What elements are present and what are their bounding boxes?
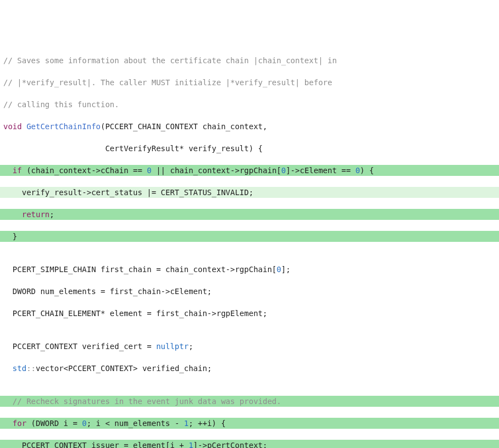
text: ]->cElement == xyxy=(286,166,355,175)
text: ]->pCertContext; xyxy=(193,441,268,448)
text: ; xyxy=(49,210,54,219)
kw-return: return xyxy=(22,210,50,219)
text: PCCERT_CONTEXT issuer = element[i + xyxy=(3,441,188,448)
comment: // Recheck signatures in the event junk … xyxy=(3,397,281,406)
text: ; i < num_elements - xyxy=(87,419,184,428)
literal: 0 xyxy=(356,166,360,175)
literal: 0 xyxy=(82,419,86,428)
text: ]; xyxy=(281,265,291,274)
code-diff-view: // Saves some information about the cert… xyxy=(0,44,499,448)
text: vector xyxy=(36,364,64,373)
kw-void: void xyxy=(3,122,22,131)
comment: // |*verify_result|. The caller MUST ini… xyxy=(3,78,332,87)
literal: 0 xyxy=(281,166,286,175)
text: ; xyxy=(188,342,193,351)
text: <PCCERT_CONTEXT> verified_chain; xyxy=(64,364,212,373)
comment: // calling this function. xyxy=(3,100,119,109)
literal-nullptr: nullptr xyxy=(156,342,188,351)
text: CertVerifyResult* verify_result) { xyxy=(3,144,263,153)
text: ) { xyxy=(360,166,374,175)
text: ; ++i) { xyxy=(188,419,225,428)
text: verify_result->cert_status |= CERT_STATU… xyxy=(3,188,253,197)
ns-op: :: xyxy=(26,364,36,373)
literal: 0 xyxy=(147,166,151,175)
text: (PCCERT_CHAIN_CONTEXT chain_context, xyxy=(101,122,267,131)
text: DWORD num_elements = first_chain->cEleme… xyxy=(3,287,212,296)
text: || chain_context->rgpChain[ xyxy=(152,166,281,175)
literal: 1 xyxy=(188,441,193,448)
literal: 1 xyxy=(184,419,188,428)
comment: // Saves some information about the cert… xyxy=(3,56,337,65)
literal: 0 xyxy=(276,265,281,274)
kw-for: for xyxy=(13,419,26,428)
text: PCCERT_CONTEXT verified_cert = xyxy=(3,342,156,351)
text: (DWORD i = xyxy=(26,419,82,428)
kw-if: if xyxy=(13,166,22,175)
text: } xyxy=(3,232,17,241)
text: PCERT_SIMPLE_CHAIN first_chain = chain_c… xyxy=(3,265,276,274)
ns-std: std xyxy=(13,364,26,373)
fn-name: GetCertChainInfo xyxy=(26,122,101,131)
text: PCERT_CHAIN_ELEMENT* element = first_cha… xyxy=(3,309,267,318)
text: (chain_context->cChain == xyxy=(22,166,147,175)
